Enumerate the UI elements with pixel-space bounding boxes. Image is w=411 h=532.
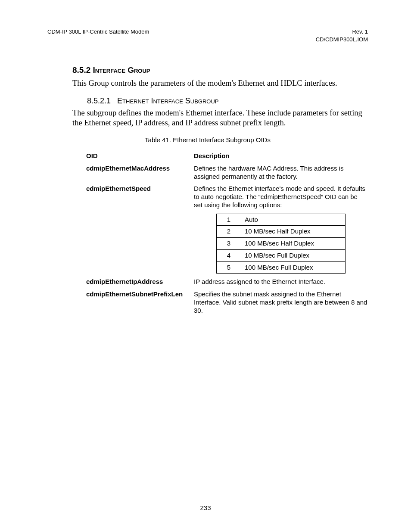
page-number: 233 [0, 504, 411, 511]
option-label: 100 MB/sec Half Duplex [241, 238, 346, 250]
heading-852: 8.5.2 Interface Group [72, 65, 368, 75]
option-number: 2 [217, 226, 241, 238]
header-right: Rev. 1 CD/CDMIP300L.IOM [316, 28, 368, 43]
option-number: 1 [217, 214, 241, 226]
oid-cell: cdmipEthernetSpeed [86, 185, 194, 274]
heading-title: Interface Group [93, 65, 150, 75]
table-row: 2 10 MB/sec Half Duplex [217, 226, 346, 238]
option-number: 4 [217, 249, 241, 261]
page-header: CDM-IP 300L IP-Centric Satellite Modem R… [47, 28, 368, 43]
desc-text: Defines the Ethernet interface's mode an… [194, 185, 365, 208]
heading-number: 8.5.2.1 [87, 96, 115, 105]
th-desc: Description [194, 152, 368, 160]
oid-cell: cdmipEthernetSubnetPrefixLen [86, 290, 194, 314]
option-label: Auto [241, 214, 346, 226]
option-number: 5 [217, 261, 241, 274]
th-oid: OID [86, 152, 194, 160]
table-row: 1 Auto [217, 214, 346, 226]
table-row: 5 100 MB/sec Full Duplex [217, 261, 346, 274]
desc-cell: Defines the Ethernet interface's mode an… [194, 185, 368, 274]
oid-cell: cdmipEthernetIpAddress [86, 278, 194, 286]
desc-cell: IP address assigned to the Ethernet Inte… [194, 278, 368, 286]
desc-cell: Defines the hardware MAC Address. This a… [194, 165, 368, 181]
header-left: CDM-IP 300L IP-Centric Satellite Modem [47, 28, 149, 43]
header-rev: Rev. 1 [316, 28, 368, 36]
heading-number: 8.5.2 [72, 65, 90, 75]
page: CDM-IP 300L IP-Centric Satellite Modem R… [0, 0, 411, 532]
desc-cell: Specifies the subnet mask assigned to th… [194, 290, 368, 314]
option-label: 10 MB/sec Half Duplex [241, 226, 346, 238]
option-label: 10 MB/sec Full Duplex [241, 249, 346, 261]
body-8521: The subgroup defines the modem's Etherne… [72, 108, 368, 128]
body-852: This Group controls the parameters of th… [72, 78, 368, 89]
table-row: 4 10 MB/sec Full Duplex [217, 249, 346, 261]
heading-title: Ethernet Interface Subgroup [117, 96, 218, 105]
oid-cell: cdmipEthernetMacAddress [86, 165, 194, 181]
option-number: 3 [217, 238, 241, 250]
table-row: 3 100 MB/sec Half Duplex [217, 238, 346, 250]
header-doc-id: CD/CDMIP300L.IOM [316, 36, 368, 44]
oid-table: OID Description cdmipEthernetMacAddress … [86, 152, 368, 314]
speed-options-table: 1 Auto 2 10 MB/sec Half Duplex 3 100 MB/… [194, 214, 368, 274]
heading-8521: 8.5.2.1 Ethernet Interface Subgroup [87, 96, 368, 106]
table-caption: Table 41. Ethernet Interface Subgroup OI… [47, 136, 368, 143]
option-label: 100 MB/sec Full Duplex [241, 261, 346, 274]
